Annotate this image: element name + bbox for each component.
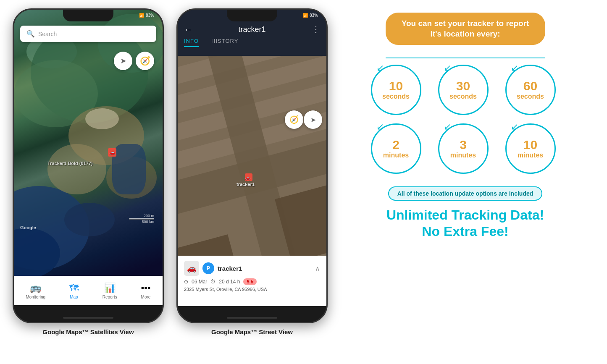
tracker-icon: 🚗 <box>184 261 199 276</box>
terrain-svg <box>14 10 163 278</box>
interval-unit-4: minutes <box>450 151 476 159</box>
parking-lot <box>178 56 326 270</box>
interval-unit-0: seconds <box>382 92 410 100</box>
search-icon: 🔍 <box>26 30 35 38</box>
navigation-icon: ➤ <box>120 56 126 65</box>
nav-more[interactable]: ••• More <box>141 283 150 299</box>
phone1-notch <box>63 10 113 21</box>
interval-number-4: 3 <box>460 139 467 151</box>
svg-point-9 <box>64 203 115 236</box>
divider-line-top <box>386 58 545 58</box>
scale-bar-1: 200 m 500 km <box>129 214 154 224</box>
tab-info[interactable]: INFO <box>184 38 199 47</box>
interval-number-0: 10 <box>389 80 403 92</box>
arrow-10sec: ↙ <box>376 63 384 73</box>
scale-text-500km: 500 km <box>129 220 154 224</box>
unlimited-line2: No Extra Fee! <box>386 223 544 239</box>
nav-map[interactable]: 🗺 Map <box>69 283 79 299</box>
phone2-home-indicator <box>227 317 277 319</box>
interval-unit-3: minutes <box>383 151 409 159</box>
compass-icon: 🧭 <box>140 56 150 66</box>
interval-60sec: ↙ 60 seconds <box>505 65 556 115</box>
more-icon: ••• <box>141 283 150 293</box>
battery-text-2: 83% <box>310 13 318 18</box>
address-text: 2325 Myers St, Oroville, CA 95966, USA <box>184 287 267 292</box>
svg-point-7 <box>106 157 157 199</box>
phone2-notch <box>227 10 277 21</box>
status-badge-5h: 5 h <box>243 278 257 285</box>
info-card-header: 🚗 P tracker1 ∧ <box>184 261 320 276</box>
interval-unit-5: minutes <box>518 151 543 159</box>
intervals-grid: ↙ 10 seconds ↙ 30 seconds ↙ 60 seconds ↙… <box>371 65 560 174</box>
compass-icon-2: 🧭 <box>289 115 299 124</box>
google-watermark-1: Google <box>20 225 36 230</box>
nav-reports[interactable]: 📊 Reports <box>102 283 117 299</box>
interval-3min: ↙ 3 minutes <box>438 123 489 174</box>
parking-badge: P <box>202 262 214 274</box>
info-duration: 20 d 14 h <box>219 279 240 285</box>
info-card: 🚗 P tracker1 ∧ ⊙ 06 Mar ⏱ 20 d 14 h 5 h <box>178 256 326 306</box>
phone2-title: tracker1 <box>238 25 265 34</box>
satellite-map[interactable]: 🧭 ➤ 🚗 Tracker1 Bold (0177) Google <box>14 10 163 278</box>
street-map[interactable]: 🧭 ➤ 🚗 tracker1 Google <box>178 56 326 270</box>
scale-text-200m: 200 m <box>129 214 154 218</box>
main-container: 📶 83% 🔍 Search <box>0 0 607 364</box>
info-date-row: ⊙ 06 Mar ⏱ 20 d 14 h 5 h <box>184 278 320 285</box>
interval-number-3: 2 <box>392 139 399 151</box>
phone1-search-bar[interactable]: 🔍 Search <box>20 26 156 42</box>
tracker-icon-row: 🚗 P tracker1 <box>184 261 242 276</box>
nav-monitoring-label: Monitoring <box>26 295 45 299</box>
interval-unit-2: seconds <box>517 92 544 100</box>
phone2-tabs: INFO HISTORY <box>178 38 326 47</box>
included-box: All of these location update options are… <box>388 186 543 201</box>
phone1-home-indicator <box>63 317 113 319</box>
back-button[interactable]: ← <box>184 25 192 34</box>
phone2-status-icons: 📶 83% <box>303 13 318 18</box>
unlimited-text: Unlimited Tracking Data! No Extra Fee! <box>386 207 544 239</box>
phones-section: 📶 83% 🔍 Search <box>13 8 328 335</box>
battery-text: 83% <box>146 13 154 18</box>
interval-10min: ↙ 10 minutes <box>505 123 556 174</box>
interval-2min: ↙ 2 minutes <box>371 123 421 174</box>
tab-history[interactable]: HISTORY <box>211 38 238 47</box>
phone1-frame: 📶 83% 🔍 Search <box>13 8 164 323</box>
location-button-2[interactable]: ➤ <box>304 110 322 129</box>
included-text: All of these location update options are… <box>397 190 533 197</box>
arrow-3min: ↙ <box>444 121 451 132</box>
signal-icon: 📶 <box>139 13 144 18</box>
arrow-60sec: ↙ <box>511 63 518 73</box>
clock-icon: ⊙ <box>184 279 188 285</box>
unlimited-line1: Unlimited Tracking Data! <box>386 207 544 223</box>
nav-map-label: Map <box>70 295 78 299</box>
tracker-label-1: Tracker1 Bold (0177) <box>47 161 93 166</box>
phone2-title-bar: ← tracker1 ⋮ <box>178 24 326 34</box>
phone2-wrapper: 📶 83% ← tracker1 ⋮ INFO HISTORY <box>176 8 328 335</box>
chevron-up-icon[interactable]: ∧ <box>315 264 320 272</box>
interval-10sec: ↙ 10 seconds <box>371 65 421 115</box>
nav-more-label: More <box>141 295 151 299</box>
interval-30sec: ↙ 30 seconds <box>438 65 489 115</box>
info-section: You can set your tracker to report it's … <box>328 8 594 244</box>
more-button[interactable]: ⋮ <box>312 24 320 34</box>
nav-monitoring[interactable]: 🚌 Monitoring <box>26 283 45 299</box>
search-placeholder: Search <box>38 31 57 37</box>
navigation-icon-2: ➤ <box>310 116 316 124</box>
compass-button-2[interactable]: 🧭 <box>285 110 303 129</box>
car-marker-2: 🚗 <box>245 173 252 181</box>
compass-button[interactable]: 🧭 <box>136 52 154 70</box>
location-button[interactable]: ➤ <box>114 52 132 70</box>
signal-icon-2: 📶 <box>303 13 308 18</box>
phone1-label: Google Maps™ Satellites View <box>42 328 134 335</box>
arrow-30sec: ↙ <box>444 63 451 73</box>
interval-unit-1: seconds <box>449 92 477 100</box>
headline-box: You can set your tracker to report it's … <box>386 13 545 45</box>
svg-point-8 <box>85 108 119 129</box>
phone1-nav: 🚌 Monitoring 🗺 Map 📊 Reports ••• More <box>14 276 163 305</box>
interval-number-5: 10 <box>523 139 537 151</box>
headline-text: You can set your tracker to report it's … <box>397 18 533 39</box>
svg-point-6 <box>47 144 106 194</box>
interval-number-2: 60 <box>523 80 537 92</box>
nav-reports-label: Reports <box>102 295 117 299</box>
tracker-label-2: tracker1 <box>236 182 255 187</box>
headline-content: You can set your tracker to report it's … <box>402 19 529 38</box>
